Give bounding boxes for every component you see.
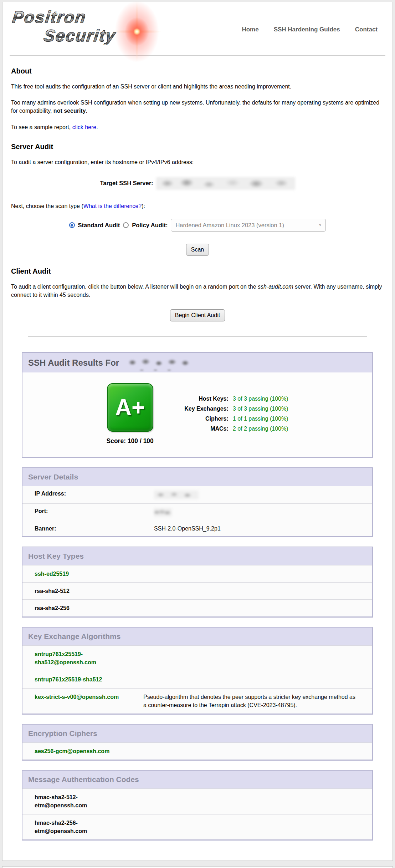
positron-security-logo[interactable]: Positron Security: [11, 6, 179, 53]
client-audit-heading: Client Audit: [11, 267, 385, 275]
sample-report-text: To see a sample report,: [11, 124, 72, 130]
kex-algorithm-name: sntrup761x25519-sha512: [35, 675, 127, 684]
standard-audit-label: Standard Audit: [78, 222, 120, 229]
client-audit-section: Client Audit To audit a client configura…: [10, 267, 385, 321]
policy-audit-label: Policy Audit:: [132, 222, 168, 229]
about-paragraph-2: Too many admins overlook SSH configurati…: [11, 98, 385, 115]
scan-type-text-end: ):: [142, 203, 145, 209]
results-panel: SSH Audit Results For A+ Score: 100 / 10…: [22, 352, 373, 458]
client-audit-text: To audit a client configuration, click t…: [11, 284, 258, 290]
encryption-ciphers-panel: Encryption Ciphers aes256-gcm@openssh.co…: [22, 724, 373, 761]
cipher-name: aes256-gcm@openssh.com: [35, 747, 127, 755]
stat-label: Ciphers:: [175, 416, 229, 422]
results-body: A+ Score: 100 / 100 Host Keys: 3 of 3 pa…: [22, 372, 372, 457]
begin-client-audit-button[interactable]: Begin Client Audit: [170, 309, 225, 321]
section-divider: [28, 336, 367, 336]
key-exchange-header: Key Exchange Algorithms: [22, 628, 372, 645]
server-audit-intro: To audit a server configuration, enter i…: [11, 158, 385, 166]
list-item: hmac-sha2-512-etm@openssh.com: [22, 788, 372, 814]
scan-type-row: Standard Audit Policy Audit: Hardened Am…: [10, 219, 385, 232]
list-item: rsa-sha2-512: [22, 582, 372, 599]
stat-label: Host Keys:: [175, 396, 229, 402]
not-security-emphasis: not security: [53, 108, 86, 114]
list-item: rsa-sha2-256: [22, 599, 372, 616]
scan-type-difference-link[interactable]: What is the difference?: [83, 203, 142, 209]
stat-row-ciphers: Ciphers: 1 of 1 passing (100%): [175, 416, 288, 422]
policy-select-value: Hardened Amazon Linux 2023 (version 1): [175, 222, 284, 229]
about-paragraph-1: This free tool audits the configuration …: [11, 82, 385, 91]
results-title-text: SSH Audit Results For: [28, 358, 119, 367]
about-p2-period: .: [86, 108, 87, 114]
table-row: IP Address:: [22, 486, 372, 503]
scan-type-paragraph: Next, choose the scan type (What is the …: [11, 202, 385, 210]
list-item: sntrup761x25519-sha512@openssh.com: [22, 645, 372, 671]
list-item: ssh-ed25519: [22, 565, 372, 582]
client-audit-paragraph: To audit a client configuration, click t…: [11, 283, 385, 299]
results-panel-header: SSH Audit Results For: [22, 353, 372, 372]
server-details-header: Server Details: [22, 468, 372, 486]
banner-label: Banner:: [35, 526, 154, 532]
score-text: Score: 100 / 100: [107, 437, 154, 445]
nav-ssh-hardening-guides-link[interactable]: SSH Hardening Guides: [274, 26, 340, 33]
encryption-ciphers-header: Encryption Ciphers: [22, 725, 372, 742]
macs-panel: Message Authentication Codes hmac-sha2-5…: [22, 770, 373, 841]
main-content-card: Positron Security Home SSH Hardening Gui…: [2, 2, 393, 861]
sample-report-link[interactable]: click here: [72, 124, 97, 130]
table-row: Port:: [22, 503, 372, 521]
mac-name: hmac-sha2-256-etm@openssh.com: [35, 819, 127, 835]
ssh-audit-domain: ssh-audit.com: [258, 284, 293, 290]
target-ssh-server-label: Target SSH Server:: [100, 180, 153, 187]
target-ssh-server-input[interactable]: [156, 177, 295, 190]
grade-badge: A+: [107, 383, 153, 432]
logo-word-positron: Positron: [11, 8, 87, 26]
list-item: sntrup761x25519-sha512: [22, 671, 372, 688]
key-exchange-panel: Key Exchange Algorithms sntrup761x25519-…: [22, 627, 373, 715]
scan-button[interactable]: Scan: [186, 244, 209, 256]
stat-label: Key Exchanges:: [175, 406, 229, 412]
stat-label: MACs:: [175, 426, 229, 432]
censored-ip-address: [154, 491, 199, 499]
chevron-down-icon: ˅: [319, 223, 321, 228]
results-stats: Host Keys: 3 of 3 passing (100%) Key Exc…: [175, 396, 288, 432]
ip-address-label: IP Address:: [35, 491, 154, 497]
censored-hostname: [126, 357, 192, 367]
stat-row-macs: MACs: 2 of 2 passing (100%): [175, 426, 288, 432]
policy-select[interactable]: Hardened Amazon Linux 2023 (version 1) ˅: [171, 219, 326, 232]
kex-algorithm-name: kex-strict-s-v00@openssh.com: [35, 693, 127, 701]
banner-value: SSH-2.0-OpenSSH_9.2p1: [154, 526, 366, 532]
list-item: hmac-sha2-256-etm@openssh.com: [22, 814, 372, 839]
port-label: Port:: [35, 508, 154, 514]
host-key-name: rsa-sha2-256: [35, 604, 127, 612]
host-key-types-panel: Host Key Types ssh-ed25519 rsa-sha2-512 …: [22, 547, 373, 618]
scan-type-text: Next, choose the scan type (: [11, 203, 83, 209]
standard-audit-radio[interactable]: [69, 222, 75, 228]
site-header: Positron Security Home SSH Hardening Gui…: [10, 2, 385, 56]
port-value: [154, 508, 366, 517]
about-heading: About: [11, 67, 385, 75]
server-audit-section: Server Audit To audit a server configura…: [10, 143, 385, 256]
kex-algorithm-note: Pseudo-algorithm that denotes the peer s…: [143, 693, 366, 709]
list-item: kex-strict-s-v00@openssh.com Pseudo-algo…: [22, 688, 372, 714]
kex-algorithm-name: sntrup761x25519-sha512@openssh.com: [35, 650, 127, 666]
stat-value: 2 of 2 passing (100%): [233, 426, 288, 432]
about-paragraph-3: To see a sample report, click here.: [11, 123, 385, 131]
logo-word-security: Security: [43, 27, 117, 44]
policy-audit-radio[interactable]: [123, 222, 129, 228]
host-key-name: ssh-ed25519: [35, 570, 127, 578]
target-server-row: Target SSH Server:: [10, 177, 385, 190]
macs-header: Message Authentication Codes: [22, 771, 372, 788]
stat-value: 3 of 3 passing (100%): [233, 406, 288, 412]
nav-home-link[interactable]: Home: [242, 26, 258, 33]
censored-port: [154, 508, 172, 517]
stat-row-key-exchanges: Key Exchanges: 3 of 3 passing (100%): [175, 406, 288, 412]
nav-contact-link[interactable]: Contact: [355, 26, 378, 33]
ip-address-value: [154, 491, 366, 499]
mac-name: hmac-sha2-512-etm@openssh.com: [35, 793, 127, 809]
host-key-types-header: Host Key Types: [22, 547, 372, 565]
list-item: aes256-gcm@openssh.com: [22, 742, 372, 760]
red-starburst-icon: [110, 0, 164, 62]
server-details-panel: Server Details IP Address: Port: Banner:…: [22, 467, 373, 537]
grade-column: A+ Score: 100 / 100: [107, 383, 154, 445]
grade-letter: A+: [115, 394, 145, 421]
site-footer: sshaudit.com Copyright 2017-2023 Positro…: [2, 866, 393, 868]
